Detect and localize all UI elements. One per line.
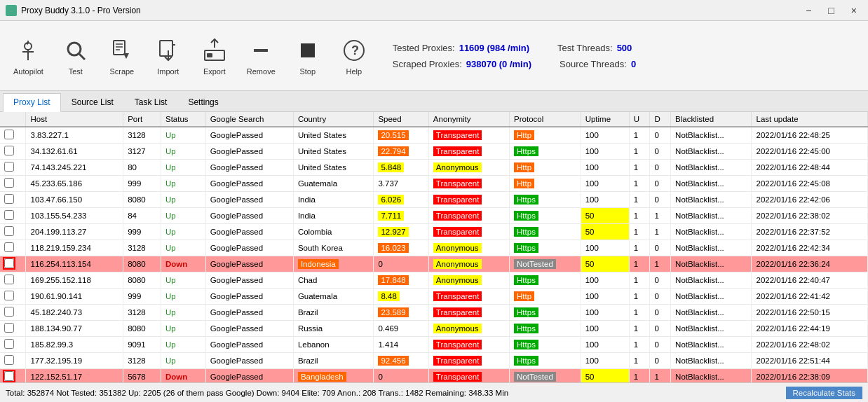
col-header-google-search[interactable]: Google Search [205, 112, 293, 127]
cell-d: 0 [650, 337, 671, 353]
col-header-last-update[interactable]: Last update [752, 112, 868, 127]
table-row[interactable]: 169.255.152.1188080UpGooglePassedChad17.… [0, 272, 868, 289]
table-row[interactable]: 74.143.245.22180UpGooglePassedUnited Sta… [0, 160, 868, 176]
cell-host: 188.134.90.77 [26, 321, 123, 337]
table-body: 3.83.227.13128UpGooglePassedUnited State… [0, 127, 868, 382]
cell-google: GooglePassed [205, 305, 293, 321]
close-button[interactable]: × [846, 4, 862, 18]
recalculate-button[interactable]: Recalculate Stats [786, 387, 863, 399]
cell-blacklisted: NotBlacklist... [671, 127, 752, 144]
title-bar-controls: − □ × [800, 4, 862, 18]
cell-port: 999 [123, 176, 161, 192]
row-checkbox[interactable] [4, 258, 14, 268]
row-checkbox[interactable] [4, 307, 14, 317]
row-select-cell [0, 160, 26, 176]
row-select-cell [0, 224, 26, 240]
cell-country: Russia [293, 321, 374, 337]
row-checkbox[interactable] [4, 194, 14, 204]
cell-country: United States [293, 127, 374, 144]
col-header-blacklisted[interactable]: Blacklisted [671, 112, 752, 127]
row-checkbox[interactable] [4, 355, 14, 365]
table-row[interactable]: 3.83.227.13128UpGooglePassedUnited State… [0, 127, 868, 144]
col-header-country[interactable]: Country [293, 112, 374, 127]
cell-anonymity: Anonymous [428, 321, 509, 337]
row-checkbox[interactable] [4, 178, 14, 188]
table-row[interactable]: 204.199.113.27999UpGooglePassedColombia1… [0, 224, 868, 240]
col-header-speed[interactable]: Speed [374, 112, 428, 127]
table-row[interactable]: 188.134.90.778080UpGooglePassedRussia0.4… [0, 321, 868, 337]
tab-settings[interactable]: Settings [177, 93, 229, 111]
test-button[interactable]: Test [54, 33, 97, 79]
table-row[interactable]: 177.32.195.193128UpGooglePassedBrazil92.… [0, 353, 868, 369]
cell-protocol: Http [510, 289, 581, 305]
cell-last_update: 2022/01/16 22:45:08 [752, 176, 868, 192]
stop-button[interactable]: Stop [286, 33, 330, 79]
cell-blacklisted: NotBlacklist... [671, 321, 752, 337]
cell-google: GooglePassed [205, 127, 293, 144]
row-checkbox[interactable] [4, 130, 14, 139]
col-header-anonymity[interactable]: Anonymity [428, 112, 509, 127]
tested-label: Tested Proxies: [393, 43, 455, 53]
tab-task-list[interactable]: Task List [124, 93, 178, 111]
export-button[interactable]: Export [193, 33, 236, 79]
table-row[interactable]: 185.82.99.39091UpGooglePassedLebanon1.41… [0, 337, 868, 353]
tab-source-list[interactable]: Source List [61, 93, 124, 111]
minimize-button[interactable]: − [800, 4, 817, 18]
cell-last_update: 2022/01/16 22:48:02 [752, 337, 868, 353]
table-row[interactable]: 34.132.61.613127UpGooglePassedUnited Sta… [0, 144, 868, 160]
col-header-port[interactable]: Port [123, 112, 161, 127]
row-checkbox[interactable] [4, 146, 14, 155]
table-row[interactable]: 122.152.51.175678DownGooglePassedBanglad… [0, 369, 868, 383]
cell-last_update: 2022/01/16 22:37:52 [752, 224, 868, 240]
col-header-[interactable] [0, 112, 26, 127]
col-header-d[interactable]: D [650, 112, 671, 127]
cell-last_update: 2022/01/16 22:40:47 [752, 272, 868, 289]
cell-last_update: 2022/01/16 22:41:42 [752, 289, 868, 305]
col-header-protocol[interactable]: Protocol [510, 112, 581, 127]
remove-button[interactable]: Remove [239, 33, 283, 79]
table-row[interactable]: 103.155.54.23384UpGooglePassedIndia7.711… [0, 208, 868, 224]
tab-proxy-list[interactable]: Proxy List [3, 93, 61, 112]
scrape-button[interactable]: Scrape [100, 33, 144, 79]
row-checkbox[interactable] [4, 323, 14, 333]
maximize-button[interactable]: □ [822, 4, 839, 18]
table-row[interactable]: 116.254.113.1548080DownGooglePassedIndon… [0, 256, 868, 272]
cell-u: 1 [629, 337, 650, 353]
import-button[interactable]: Import [147, 33, 190, 79]
col-header-host[interactable]: Host [26, 112, 123, 127]
cell-blacklisted: NotBlacklist... [671, 337, 752, 353]
help-button[interactable]: ?Help [332, 33, 376, 79]
row-checkbox[interactable] [4, 210, 14, 220]
cell-status: Up [161, 272, 206, 289]
scraped-label: Scraped Proxies: [393, 59, 462, 69]
row-checkbox[interactable] [4, 291, 14, 300]
cell-google: GooglePassed [205, 256, 293, 272]
cell-port: 8080 [123, 192, 161, 208]
autopilot-button[interactable]: ✦Autopilot [6, 33, 51, 79]
cell-d: 0 [650, 240, 671, 256]
table-row[interactable]: 118.219.159.2343128UpGooglePassedSouth K… [0, 240, 868, 256]
title-bar: Proxy Buddy 3.1.0 - Pro Version − □ × [0, 0, 868, 21]
row-checkbox[interactable] [4, 339, 14, 349]
cell-protocol: Http [510, 160, 581, 176]
import-icon [154, 36, 182, 64]
table-row[interactable]: 45.182.240.733128UpGooglePassedBrazil23.… [0, 305, 868, 321]
row-checkbox[interactable] [4, 162, 14, 172]
row-checkbox[interactable] [4, 226, 14, 236]
cell-u: 1 [629, 353, 650, 369]
table-row[interactable]: 103.47.66.1508080UpGooglePassedIndia6.02… [0, 192, 868, 208]
col-header-uptime[interactable]: Uptime [581, 112, 629, 127]
col-header-u[interactable]: U [629, 112, 650, 127]
row-checkbox[interactable] [4, 275, 14, 284]
table-row[interactable]: 45.233.65.186999UpGooglePassedGuatemala3… [0, 176, 868, 192]
col-header-status[interactable]: Status [161, 112, 206, 127]
row-checkbox[interactable] [4, 371, 14, 381]
cell-google: GooglePassed [205, 353, 293, 369]
proxy-table-container[interactable]: HostPortStatusGoogle SearchCountrySpeedA… [0, 112, 868, 382]
row-checkbox[interactable] [4, 242, 14, 252]
cell-speed: 92.456 [374, 353, 428, 369]
cell-uptime: 100 [581, 192, 629, 208]
table-row[interactable]: 190.61.90.141999UpGooglePassedGuatemala8… [0, 289, 868, 305]
cell-blacklisted: NotBlacklist... [671, 192, 752, 208]
cell-d: 0 [650, 353, 671, 369]
